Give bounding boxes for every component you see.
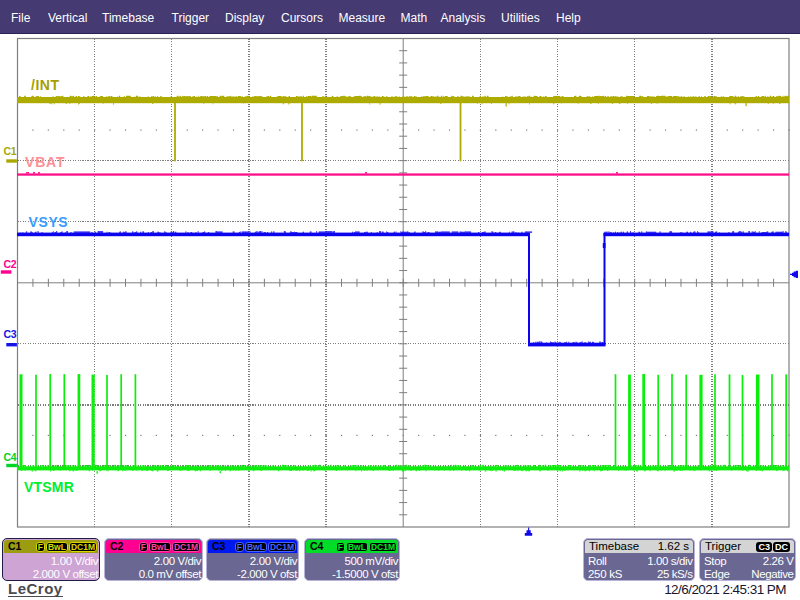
svg-text:VTSMR: VTSMR — [24, 479, 74, 495]
svg-text:VBAT: VBAT — [25, 154, 65, 170]
svg-text:C2: C2 — [4, 258, 17, 270]
svg-text:VSYS: VSYS — [29, 214, 69, 230]
svg-text:/INT: /INT — [31, 77, 59, 93]
svg-text:C4: C4 — [4, 451, 17, 463]
svg-text:C1: C1 — [4, 145, 17, 157]
svg-text:C3: C3 — [4, 328, 17, 340]
